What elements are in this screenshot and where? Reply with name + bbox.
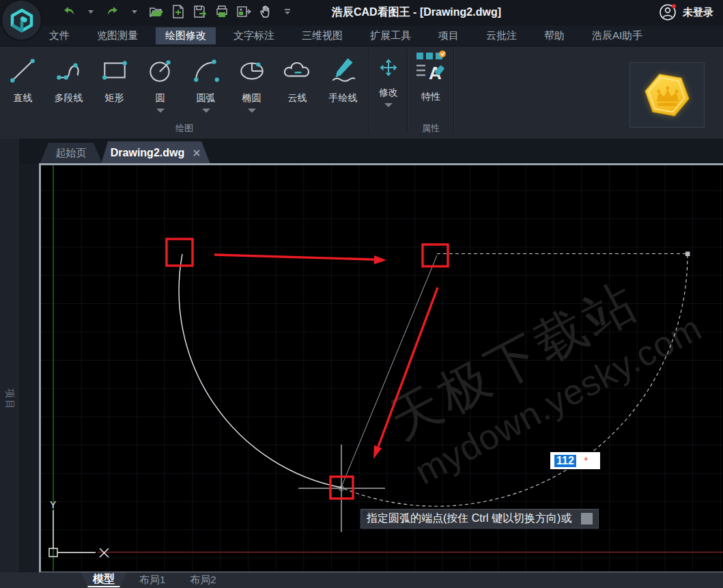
dynamic-angle-input[interactable]: 112 ° — [550, 452, 600, 469]
layout-tab-bar: 模型 布局1 布局2 — [0, 572, 723, 588]
undo-dropdown-icon[interactable] — [83, 3, 98, 20]
dynamic-input-down-icon[interactable] — [581, 513, 593, 524]
tool-revcloud[interactable]: 云线 — [274, 46, 320, 113]
tab-drawing2[interactable]: Drawing2.dwg — [101, 141, 210, 164]
cloud-icon — [283, 53, 312, 88]
endpoint-marker — [685, 252, 690, 257]
redo-icon[interactable] — [105, 3, 120, 20]
circle-dropdown-icon[interactable] — [156, 109, 165, 113]
menu-item-file[interactable]: 文件 — [40, 27, 79, 44]
pencil-icon — [329, 53, 358, 88]
title-bar: 浩辰CAD看图王 - [Drawing2.dwg] 未登录 — [0, 0, 723, 26]
menu-item-project[interactable]: 项目 — [429, 27, 468, 44]
undo-icon[interactable] — [61, 3, 76, 20]
tab-layout2[interactable]: 布局2 — [178, 572, 228, 587]
menu-bar: 文件 览图测量 绘图修改 文字标注 三维视图 扩展工具 项目 云批注 帮助 浩辰… — [0, 26, 723, 46]
properties-icon: A — [414, 51, 447, 87]
menu-item-cloud-annotation[interactable]: 云批注 — [477, 27, 526, 44]
new-file-icon[interactable] — [171, 3, 186, 20]
line-icon — [9, 53, 38, 88]
redo-dropdown-icon[interactable] — [127, 3, 142, 20]
left-sidebar-gutter — [19, 164, 39, 572]
menu-item-ai-assistant[interactable]: 浩辰AI助手 — [582, 27, 652, 44]
window-title: 浩辰CAD看图王 - [Drawing2.dwg] — [225, 0, 608, 26]
ucs-y-label: Y — [50, 499, 57, 510]
tool-ellipse[interactable]: 椭圆 — [229, 46, 274, 113]
ribbon-group-properties: A 特性 属性 — [408, 46, 453, 139]
ribbon-group-label-properties: 属性 — [408, 122, 453, 135]
left-sidebar — [0, 139, 19, 572]
login-button[interactable]: 未登录 — [658, 3, 713, 22]
prompt-text: 指定圆弧的端点(按住 Ctrl 键以切换方向)或 — [367, 512, 571, 526]
tab-layout1[interactable]: 布局1 — [127, 572, 178, 587]
vip-crown-panel[interactable] — [629, 62, 705, 128]
tool-properties[interactable]: A 特性 — [408, 46, 453, 103]
tab-start-page[interactable]: 起始页 — [40, 143, 102, 164]
drawing-canvas[interactable]: 天极下载站 mydown.yesky.com Y — [41, 165, 723, 571]
menu-item-view-measure[interactable]: 览图测量 — [87, 27, 147, 44]
tab-model[interactable]: 模型 — [81, 572, 127, 587]
rectangle-icon — [100, 53, 129, 88]
user-avatar-icon — [658, 3, 677, 22]
app-logo-icon[interactable] — [2, 1, 41, 40]
menu-item-draw-modify[interactable]: 绘图修改 — [156, 27, 216, 44]
ribbon-separator — [453, 49, 455, 132]
arc-dropdown-icon[interactable] — [202, 109, 210, 113]
circle-icon — [146, 53, 175, 88]
menu-item-text-annotate[interactable]: 文字标注 — [224, 27, 284, 44]
command-prompt-tooltip: 指定圆弧的端点(按住 Ctrl 键以切换方向)或 — [360, 509, 599, 529]
ellipse-dropdown-icon[interactable] — [248, 109, 256, 113]
move-arrows-icon — [378, 53, 399, 83]
angle-value[interactable]: 112 — [554, 455, 576, 467]
document-tab-bar: 起始页 Drawing2.dwg — [0, 139, 723, 164]
degree-symbol: ° — [584, 456, 588, 466]
menu-item-help[interactable]: 帮助 — [535, 27, 574, 44]
ribbon-group-label-draw: 绘图 — [0, 122, 369, 135]
sidebar-item-project[interactable]: 项目 — [1, 379, 18, 420]
ribbon-group-modify: 修改 — [370, 46, 407, 139]
tool-polyline[interactable]: 多段线 — [46, 46, 91, 113]
arc-icon — [192, 53, 221, 88]
tool-freehand[interactable]: 手绘线 — [320, 46, 366, 113]
save-file-icon[interactable] — [193, 3, 208, 20]
ribbon-group-draw: 直线 多段线 矩形 — [0, 46, 369, 139]
polyline-icon — [55, 53, 83, 88]
tool-line[interactable]: 直线 — [0, 46, 46, 113]
tool-rectangle[interactable]: 矩形 — [91, 46, 137, 113]
tool-arc[interactable]: 圆弧 — [183, 46, 229, 113]
login-label: 未登录 — [683, 6, 713, 19]
crown-hexagon-icon — [641, 69, 693, 121]
tool-circle[interactable]: 圆 — [137, 46, 183, 113]
menu-item-3d-view[interactable]: 三维视图 — [292, 27, 352, 44]
modify-dropdown-icon[interactable] — [384, 103, 393, 107]
gstarcad-cube-icon — [10, 8, 34, 33]
ribbon: 直线 多段线 矩形 — [0, 46, 723, 139]
ellipse-icon — [238, 53, 266, 88]
tool-modify[interactable]: 修改 — [370, 46, 407, 107]
open-file-icon[interactable] — [149, 3, 164, 20]
app-window: 浩辰CAD看图王 - [Drawing2.dwg] 未登录 文件 览图测量 绘图… — [0, 0, 723, 588]
menu-item-extension-tools[interactable]: 扩展工具 — [360, 27, 421, 44]
close-tab-icon[interactable] — [193, 149, 201, 157]
